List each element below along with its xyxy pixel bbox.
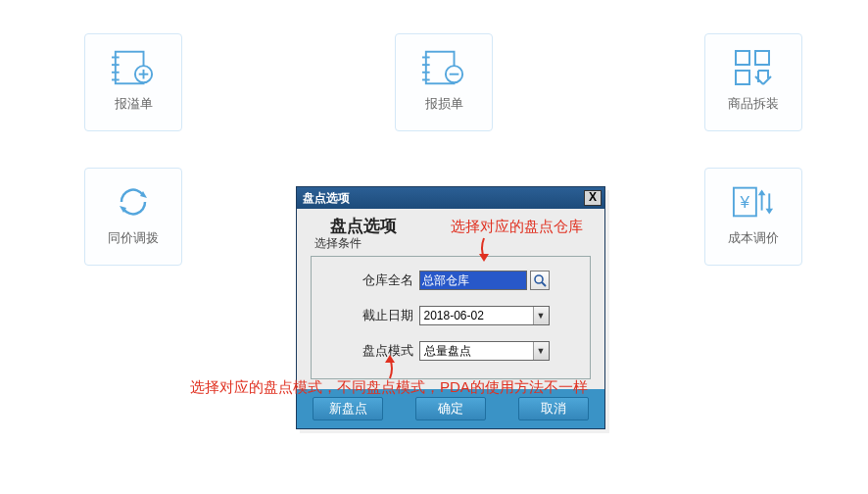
dialog-heading: 盘点选项 [330, 215, 397, 237]
warehouse-label: 仓库全名 [353, 272, 413, 289]
price-adjust-icon: ¥ [732, 182, 775, 222]
svg-marker-23 [758, 190, 766, 196]
svg-rect-17 [736, 71, 749, 84]
new-button[interactable]: 新盘点 [313, 397, 383, 420]
annotation-bottom: 选择对应的盘点模式，不同盘点模式，PDA的使用方法不一样 [190, 378, 588, 397]
tile-label: 报损单 [396, 95, 492, 113]
chevron-down-icon: ▼ [533, 307, 549, 324]
search-button[interactable] [530, 271, 550, 290]
warehouse-input[interactable]: 总部仓库 [419, 271, 527, 290]
magnifier-icon [533, 273, 547, 287]
annotation-top: 选择对应的盘点仓库 [451, 218, 583, 236]
fieldset-conditions: 仓库全名 总部仓库 截止日期 2018-06-02 ▼ 盘点模式 [311, 256, 591, 379]
svg-rect-16 [755, 51, 769, 65]
notebook-plus-icon [112, 48, 155, 87]
mode-value: 总量盘点 [424, 343, 471, 360]
annotation-arrow-icon [476, 236, 492, 267]
tile-label: 商品拆装 [705, 95, 801, 113]
svg-text:¥: ¥ [740, 192, 750, 212]
refresh-icon [112, 182, 155, 222]
svg-marker-28 [479, 254, 489, 262]
svg-point-26 [535, 275, 543, 283]
tile-packaging[interactable]: 商品拆装 [704, 33, 802, 131]
notebook-minus-icon [422, 48, 465, 87]
ok-button[interactable]: 确定 [415, 397, 486, 420]
cancel-button[interactable]: 取消 [518, 397, 589, 420]
mode-dropdown[interactable]: 总量盘点 ▼ [419, 341, 550, 361]
svg-line-27 [542, 282, 546, 286]
tile-label: 成本调价 [705, 229, 801, 247]
date-dropdown[interactable]: 2018-06-02 ▼ [419, 306, 550, 325]
close-button[interactable]: X [584, 190, 602, 206]
annotation-arrow-icon [382, 350, 398, 380]
tile-overflow[interactable]: 报溢单 [84, 33, 182, 131]
dialog-titlebar[interactable]: 盘点选项 X [297, 187, 604, 209]
svg-rect-15 [736, 51, 749, 65]
date-label: 截止日期 [353, 307, 413, 324]
tile-loss[interactable]: 报损单 [395, 33, 493, 131]
tile-cost[interactable]: ¥ 成本调价 [704, 168, 802, 266]
svg-marker-29 [385, 355, 395, 363]
svg-marker-25 [765, 209, 773, 215]
tile-label: 报溢单 [85, 95, 181, 113]
dialog-subheading: 选择条件 [314, 235, 595, 252]
tile-transfer[interactable]: 同价调拨 [84, 168, 182, 266]
chevron-down-icon: ▼ [533, 342, 549, 360]
tile-label: 同价调拨 [85, 229, 181, 247]
date-value: 2018-06-02 [424, 309, 484, 322]
dialog-title: 盘点选项 [303, 190, 350, 207]
grid-split-icon [732, 48, 775, 87]
